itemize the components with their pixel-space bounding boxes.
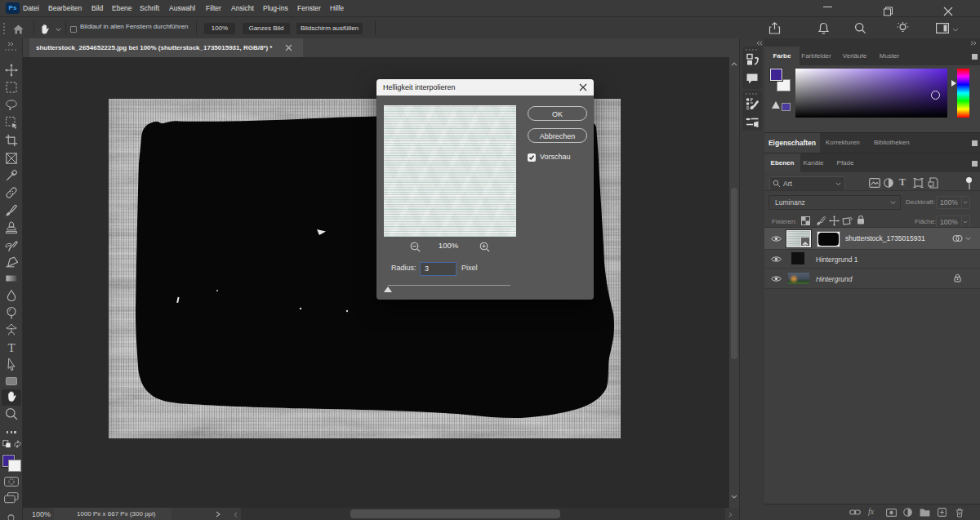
svg-text:T: T xyxy=(7,341,15,354)
